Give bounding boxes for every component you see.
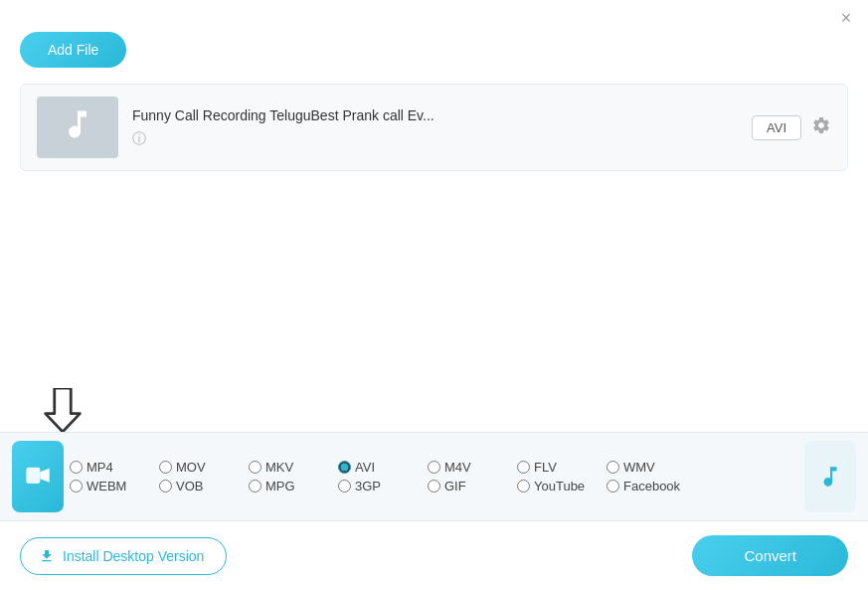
format-mp4[interactable]: MP4 [70,460,159,475]
convert-button[interactable]: Convert [692,535,848,576]
format-gif[interactable]: GIF [428,479,517,493]
format-webm[interactable]: WEBM [70,479,159,493]
format-m4v[interactable]: M4V [428,460,517,475]
format-row-2: WEBM VOB MPG 3GP GIF [70,479,798,493]
format-row-1: MP4 MOV MKV AVI M4V [70,460,798,475]
video-format-icon[interactable] [12,441,64,512]
file-thumbnail [37,97,118,158]
format-mp4-label: MP4 [87,460,113,475]
format-m4v-label: M4V [444,460,471,475]
info-icon[interactable]: ⓘ [132,130,146,146]
format-options: MP4 MOV MKV AVI M4V [70,452,798,501]
svg-marker-0 [46,388,81,432]
format-mov-label: MOV [176,460,206,475]
format-wmv-label: WMV [623,460,655,475]
format-flv[interactable]: FLV [517,460,607,475]
format-youtube[interactable]: YouTube [517,479,607,493]
format-vob-label: VOB [176,479,203,493]
format-vob[interactable]: VOB [159,479,249,493]
format-webm-label: WEBM [87,479,126,493]
main-content: Add File Funny Call Recording TeluguBest… [0,32,868,171]
format-facebook-label: Facebook [623,479,680,493]
format-mkv[interactable]: MKV [249,460,338,475]
format-bar: MP4 MOV MKV AVI M4V [0,432,868,521]
add-file-button[interactable]: Add File [20,32,126,68]
svg-rect-1 [26,468,40,484]
format-wmv[interactable]: WMV [607,460,696,475]
format-facebook[interactable]: Facebook [607,479,696,493]
install-label: Install Desktop Version [63,548,204,564]
close-button[interactable]: × [836,8,856,28]
file-title: Funny Call Recording TeluguBest Prank ca… [132,107,738,123]
svg-marker-2 [40,469,49,483]
download-icon [39,548,55,564]
footer: Install Desktop Version Convert [0,521,868,590]
settings-icon[interactable] [811,115,831,140]
format-mov[interactable]: MOV [159,460,249,475]
format-youtube-label: YouTube [534,479,585,493]
format-avi-label: AVI [355,460,375,475]
music-icon [60,106,95,149]
arrow-container [0,388,868,432]
arrow-down-icon [44,388,82,432]
audio-format-icon[interactable] [804,441,856,512]
format-section: MP4 MOV MKV AVI M4V [0,388,868,590]
format-3gp-label: 3GP [355,479,381,493]
format-avi[interactable]: AVI [338,460,428,475]
format-mpg[interactable]: MPG [249,479,338,493]
title-bar: × [0,0,868,32]
format-gif-label: GIF [444,479,466,493]
file-item: Funny Call Recording TeluguBest Prank ca… [20,84,848,171]
middle-area [0,171,868,390]
format-mpg-label: MPG [265,479,295,493]
format-badge[interactable]: AVI [752,115,801,140]
file-info: Funny Call Recording TeluguBest Prank ca… [132,107,738,148]
format-mkv-label: MKV [265,460,293,475]
format-flv-label: FLV [534,460,557,475]
file-actions: AVI [752,115,831,140]
install-desktop-button[interactable]: Install Desktop Version [20,537,227,575]
format-3gp[interactable]: 3GP [338,479,428,493]
